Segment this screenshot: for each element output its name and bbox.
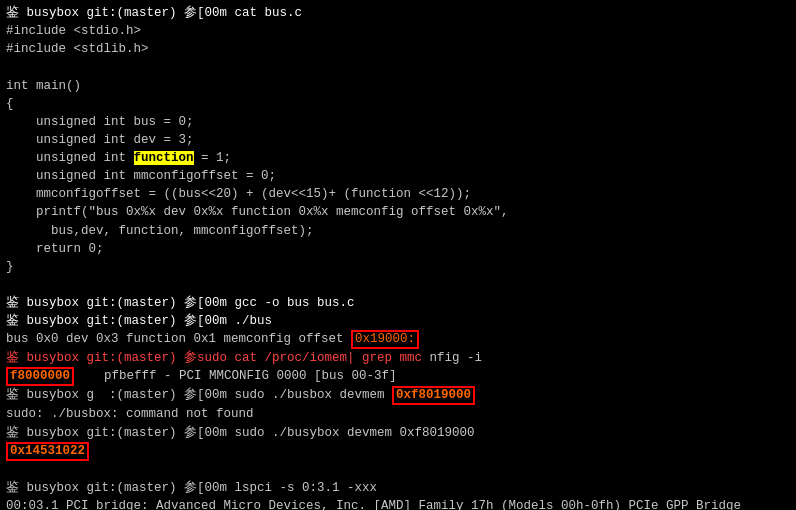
grep-config: nfig -i xyxy=(422,351,482,365)
line-8: unsigned int dev = 3; xyxy=(6,131,790,149)
bus-output: bus 0x0 dev 0x3 function 0x1 memconfig o… xyxy=(6,332,351,346)
lspci-bridge-info: 00:03.1 PCI bridge: Advanced Micro Devic… xyxy=(6,499,741,510)
code-printf: printf("bus 0x%x dev 0x%x function 0x%x … xyxy=(6,205,509,219)
line-24: 鉴 busybox git:(master) 参[00m sudo ./busy… xyxy=(6,424,790,442)
code-dev-var: unsigned int dev = 3; xyxy=(6,133,194,147)
memconfig-offset-value: 0x19000: xyxy=(351,330,419,349)
line-26 xyxy=(6,461,790,479)
iomem-range: pfbefff - PCI MMCONFIG 0000 [bus 00-3f] xyxy=(74,369,397,383)
line-17: 鉴 busybox git:(master) 参[00m gcc -o bus … xyxy=(6,294,790,312)
line-11: mmconfigoffset = ((bus<<20) + (dev<<15)+… xyxy=(6,185,790,203)
line-4 xyxy=(6,58,790,76)
code-brace-open: { xyxy=(6,97,14,111)
line-19: bus 0x0 dev 0x3 function 0x1 memconfig o… xyxy=(6,330,790,349)
devmem-result-1: 0x14531022 xyxy=(6,442,89,461)
f8000000-value: f8000000 xyxy=(6,367,74,386)
devmem-addr-1: 0xf8019000 xyxy=(392,386,475,405)
prompt-lspci-1: 鉴 busybox git:(master) 参[00m lspci -s 0:… xyxy=(6,481,377,495)
line-27: 鉴 busybox git:(master) 参[00m lspci -s 0:… xyxy=(6,479,790,497)
line-25: 0x14531022 xyxy=(6,442,790,461)
code-return: return 0; xyxy=(6,242,104,256)
line-3: #include <stdlib.h> xyxy=(6,40,790,58)
line-18: 鉴 busybox git:(master) 参[00m ./bus xyxy=(6,312,790,330)
line-12: printf("bus 0x%x dev 0x%x function 0x%x … xyxy=(6,203,790,221)
line-6: { xyxy=(6,95,790,113)
code-include-2: #include <stdlib.h> xyxy=(6,42,149,56)
prompt-run-bus: 鉴 busybox git:(master) 参[00m ./bus xyxy=(6,314,272,328)
prompt-sudo-cat: 鉴 busybox git:(master) 参sudo cat /proc/i… xyxy=(6,351,422,365)
line-9: unsigned int function = 1; xyxy=(6,149,790,167)
prompt-busybox-devmem: 鉴 busybox git:(master) 参[00m sudo ./busy… xyxy=(6,426,475,440)
line-22: 鉴 busybox g :(master) 参[00m sudo ./busbo… xyxy=(6,386,790,405)
line-13: bus,dev, function, mmconfigoffset); xyxy=(6,222,790,240)
code-func-var: unsigned int function = 1; xyxy=(6,151,231,165)
prompt-busbox-devmem: 鉴 busybox g :(master) 参[00m sudo ./busbo… xyxy=(6,388,392,402)
line-23: sudo: ./busbox: command not found xyxy=(6,405,790,423)
function-highlight: function xyxy=(134,151,194,165)
code-main: int main() xyxy=(6,79,81,93)
line-10: unsigned int mmconfigoffset = 0; xyxy=(6,167,790,185)
line-28: 00:03.1 PCI bridge: Advanced Micro Devic… xyxy=(6,497,790,510)
line-5: int main() xyxy=(6,77,790,95)
line-14: return 0; xyxy=(6,240,790,258)
line-16 xyxy=(6,276,790,294)
terminal-window: 鉴 busybox git:(master) 参[00m cat bus.c #… xyxy=(0,0,796,510)
line-15: } xyxy=(6,258,790,276)
busbox-not-found: sudo: ./busbox: command not found xyxy=(6,407,254,421)
line-21: f8000000 pfbefff - PCI MMCONFIG 0000 [bu… xyxy=(6,367,790,386)
code-brace-close: } xyxy=(6,260,14,274)
code-bus-var: unsigned int bus = 0; xyxy=(6,115,194,129)
line-2: #include <stdio.h> xyxy=(6,22,790,40)
line-1: 鉴 busybox git:(master) 参[00m cat bus.c xyxy=(6,4,790,22)
code-mmconfig-calc: mmconfigoffset = ((bus<<20) + (dev<<15)+… xyxy=(6,187,471,201)
prompt-1: 鉴 busybox git:(master) 参[00m cat bus.c xyxy=(6,6,302,20)
code-mmconfigoffset-var: unsigned int mmconfigoffset = 0; xyxy=(6,169,276,183)
code-printf-args: bus,dev, function, mmconfigoffset); xyxy=(6,224,314,238)
code-include-1: #include <stdio.h> xyxy=(6,24,141,38)
line-20: 鉴 busybox git:(master) 参sudo cat /proc/i… xyxy=(6,349,790,367)
line-7: unsigned int bus = 0; xyxy=(6,113,790,131)
prompt-gcc: 鉴 busybox git:(master) 参[00m gcc -o bus … xyxy=(6,296,355,310)
